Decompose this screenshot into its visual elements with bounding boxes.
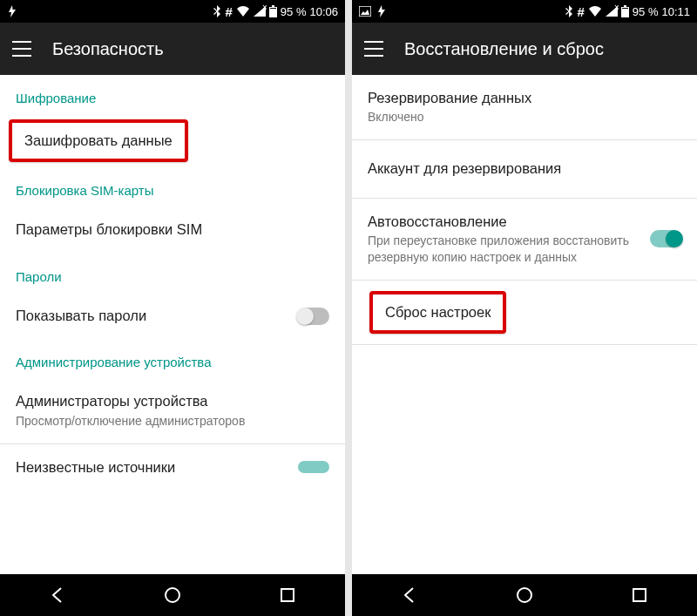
battery-icon <box>621 5 629 17</box>
nav-back-button[interactable] <box>46 584 69 606</box>
wifi-icon <box>588 6 602 17</box>
app-bar: Безопасность <box>0 23 345 75</box>
svg-rect-10 <box>633 589 646 601</box>
settings-list: Резервирование данных Включено Аккаунт д… <box>352 75 697 574</box>
signal-icon <box>606 6 618 17</box>
battery-percent: 95 % <box>633 5 659 18</box>
charging-icon <box>376 5 387 17</box>
signal-icon <box>254 6 266 17</box>
hash-icon: # <box>577 4 584 19</box>
nav-back-button[interactable] <box>398 584 421 606</box>
nav-home-button[interactable] <box>513 584 536 606</box>
item-device-admins-sub: Просмотр/отключение администраторов <box>16 413 329 430</box>
item-backup-data-label: Резервирование данных <box>368 89 681 107</box>
item-encrypt-data[interactable]: Зашифровать данные <box>9 119 188 162</box>
wifi-icon <box>236 6 250 17</box>
section-header-sim-lock: Блокировка SIM-карты <box>0 167 345 206</box>
hash-icon: # <box>225 4 232 19</box>
nav-bar <box>352 574 697 616</box>
menu-icon[interactable] <box>364 41 383 57</box>
clock: 10:11 <box>661 5 690 18</box>
bluetooth-icon <box>213 5 221 17</box>
svg-rect-6 <box>624 5 626 7</box>
phone-left: # 95 % 10:06 Безопасность Шифрование Заш… <box>0 0 345 616</box>
svg-rect-8 <box>622 8 628 9</box>
nav-home-button[interactable] <box>161 584 184 606</box>
item-auto-restore[interactable]: Автовосстановление При переустановке при… <box>352 199 697 280</box>
image-icon <box>359 6 371 17</box>
battery-percent: 95 % <box>281 5 307 18</box>
item-sim-lock-params[interactable]: Параметры блокировки SIM <box>0 206 345 253</box>
item-backup-data-sub: Включено <box>368 109 681 125</box>
item-backup-data[interactable]: Резервирование данных Включено <box>352 75 697 139</box>
divider <box>352 344 697 345</box>
item-show-passwords[interactable]: Показывать пароли <box>0 293 345 339</box>
svg-rect-2 <box>270 8 276 9</box>
item-device-admins[interactable]: Администраторы устройства Просмотр/отклю… <box>0 378 345 443</box>
section-header-passwords: Пароли <box>0 254 345 293</box>
item-factory-reset[interactable]: Сброс настроек <box>369 291 506 334</box>
toggle-show-passwords[interactable] <box>298 308 329 325</box>
bluetooth-icon <box>565 5 573 17</box>
item-backup-account-label: Аккаунт для резервирования <box>368 159 681 178</box>
toggle-unknown-sources-partial[interactable] <box>298 461 329 473</box>
item-unknown-sources[interactable]: Неизвестные источники <box>0 444 345 478</box>
status-bar: # 95 % 10:11 <box>352 0 697 23</box>
nav-recent-button[interactable] <box>276 584 299 606</box>
item-sim-lock-params-label: Параметры блокировки SIM <box>16 220 329 239</box>
battery-icon <box>269 5 277 17</box>
item-unknown-sources-label: Неизвестные источники <box>16 458 329 477</box>
toggle-auto-restore[interactable] <box>650 230 681 247</box>
charging-icon <box>7 5 17 17</box>
svg-rect-5 <box>359 6 371 17</box>
app-bar: Восстановление и сброс <box>352 23 697 75</box>
item-factory-reset-label: Сброс настроек <box>385 303 491 322</box>
item-auto-restore-label: Автовосстановление <box>368 213 681 231</box>
nav-recent-button[interactable] <box>628 584 651 606</box>
section-header-encryption: Шифрование <box>0 75 345 114</box>
menu-icon[interactable] <box>12 41 31 57</box>
item-backup-account[interactable]: Аккаунт для резервирования <box>352 140 697 197</box>
page-title: Восстановление и сброс <box>404 39 604 59</box>
svg-point-9 <box>518 588 531 602</box>
settings-list: Шифрование Зашифровать данные Блокировка… <box>0 75 345 574</box>
clock: 10:06 <box>309 5 338 18</box>
svg-rect-0 <box>272 5 274 7</box>
item-show-passwords-label: Показывать пароли <box>16 307 329 325</box>
item-auto-restore-sub: При переустановке приложения восстановит… <box>368 233 681 266</box>
page-title: Безопасность <box>52 39 164 59</box>
phone-right: # 95 % 10:11 Восстановление и сброс Резе… <box>352 0 697 616</box>
status-bar: # 95 % 10:06 <box>0 0 345 23</box>
svg-rect-4 <box>281 589 294 601</box>
item-device-admins-label: Администраторы устройства <box>16 392 329 410</box>
nav-bar <box>0 574 345 616</box>
svg-point-3 <box>166 588 179 602</box>
section-header-device-admin: Администрирование устройства <box>0 339 345 378</box>
item-encrypt-data-label: Зашифровать данные <box>24 132 173 150</box>
